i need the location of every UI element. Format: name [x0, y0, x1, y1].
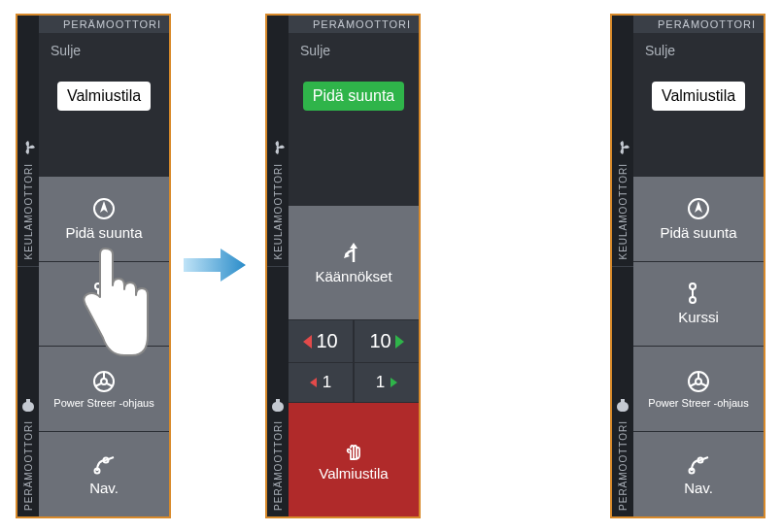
sidebar-sec-stern[interactable]: PERÄMOOTTORI — [267, 266, 289, 517]
mode-pill: Valmiustila — [57, 82, 151, 111]
sidebar-label-stern: PERÄMOOTTORI — [618, 420, 629, 511]
panel-header: PERÄMOOTTORI — [633, 16, 764, 33]
close-button[interactable]: Sulje — [289, 33, 419, 68]
panel-1: KEULAMOOTTORI PERÄMOOTTORI PERÄMOOTTORI … — [16, 14, 171, 518]
mode-pill: Valmiustila — [652, 82, 745, 111]
btn-label: Käännökset — [315, 268, 391, 284]
wheel-icon — [92, 370, 116, 393]
route-icon — [687, 282, 710, 305]
sidebar-sec-bow[interactable]: KEULAMOOTTORI — [612, 16, 633, 266]
hand-icon — [342, 438, 365, 461]
course-button[interactable]: K — [39, 261, 169, 347]
btn-label: Power Streer -ohjaus — [648, 397, 748, 409]
wheel-icon — [687, 370, 710, 393]
propeller-icon — [270, 140, 286, 157]
sidebar: KEULAMOOTTORI PERÄMOOTTORI — [612, 16, 633, 516]
nav-button[interactable]: Nav. — [633, 431, 764, 516]
sidebar-label-bow: KEULAMOOTTORI — [23, 163, 34, 260]
turns-icon — [342, 241, 365, 264]
btn-label: Power Streer -ohjaus — [53, 397, 153, 409]
power-steer-button[interactable]: Power Streer -ohjaus — [39, 346, 169, 431]
btn-label: Nav. — [684, 480, 713, 496]
triangle-right-icon — [391, 378, 397, 387]
course-button[interactable]: Kurssi — [633, 261, 764, 347]
panel-2: KEULAMOOTTORI PERÄMOOTTORI PERÄMOOTTORI … — [265, 14, 421, 518]
panel-main: PERÄMOOTTORI Sulje Valmiustila Pidä suun… — [39, 16, 169, 516]
value: 10 — [316, 330, 337, 352]
propeller-icon — [615, 140, 630, 157]
sidebar: KEULAMOOTTORI PERÄMOOTTORI — [17, 16, 39, 516]
nav-icon — [687, 452, 710, 476]
close-button[interactable]: Sulje — [39, 33, 169, 68]
route-icon — [92, 282, 116, 305]
btn-label: Pidä suunta — [65, 224, 142, 241]
compass-icon — [687, 197, 710, 220]
outboard-icon — [615, 397, 630, 415]
btn-label: Kurssi — [678, 309, 719, 325]
propeller-icon — [20, 140, 36, 157]
panel-main: PERÄMOOTTORI Sulje Pidä suunta Käännökse… — [289, 16, 419, 516]
sidebar-label-stern: PERÄMOOTTORI — [23, 420, 34, 511]
power-steer-button[interactable]: Power Streer -ohjaus — [633, 346, 764, 431]
sidebar-label-bow: KEULAMOOTTORI — [618, 163, 629, 260]
arrow-icon — [182, 241, 250, 289]
btn-label: Valmiustila — [319, 465, 388, 482]
panel-main: PERÄMOOTTORI Sulje Valmiustila Pidä suun… — [633, 16, 764, 516]
sidebar-sec-stern[interactable]: PERÄMOOTTORI — [612, 266, 633, 517]
sidebar-label-bow: KEULAMOOTTORI — [273, 163, 284, 260]
standby-button[interactable]: Valmiustila — [289, 402, 419, 516]
step-right-10-button[interactable]: 10 — [355, 319, 419, 362]
step-left-10-button[interactable]: 10 — [289, 319, 353, 362]
mode-pill-active: Pidä suunta — [303, 82, 405, 111]
step-right-1-button[interactable]: 1 — [355, 362, 419, 402]
outboard-icon — [20, 397, 36, 415]
sidebar-sec-stern[interactable]: PERÄMOOTTORI — [17, 266, 39, 517]
turns-button[interactable]: Käännökset — [289, 205, 419, 319]
outboard-icon — [270, 397, 286, 415]
triangle-left-icon — [310, 378, 317, 387]
btn-label: K — [99, 309, 109, 325]
sidebar: KEULAMOOTTORI PERÄMOOTTORI — [267, 16, 289, 516]
btn-label: Nav. — [89, 480, 119, 496]
hold-heading-button[interactable]: Pidä suunta — [39, 176, 169, 261]
sidebar-sec-bow[interactable]: KEULAMOOTTORI — [17, 16, 39, 266]
close-button[interactable]: Sulje — [633, 33, 764, 68]
hold-heading-button[interactable]: Pidä suunta — [633, 176, 764, 261]
btn-label: Pidä suunta — [660, 224, 736, 241]
sidebar-sec-bow[interactable]: KEULAMOOTTORI — [267, 16, 289, 266]
panel-header: PERÄMOOTTORI — [39, 16, 169, 33]
value: 10 — [369, 330, 391, 352]
nav-icon — [92, 452, 116, 476]
triangle-right-icon — [395, 335, 404, 349]
panel-3: KEULAMOOTTORI PERÄMOOTTORI PERÄMOOTTORI … — [610, 14, 765, 518]
nav-button[interactable]: Nav. — [39, 431, 169, 516]
value: 1 — [376, 373, 385, 392]
step-left-1-button[interactable]: 1 — [289, 362, 353, 402]
triangle-left-icon — [303, 335, 312, 349]
value: 1 — [323, 373, 331, 392]
compass-icon — [92, 197, 116, 220]
panel-header: PERÄMOOTTORI — [289, 16, 419, 33]
sidebar-label-stern: PERÄMOOTTORI — [273, 420, 284, 511]
